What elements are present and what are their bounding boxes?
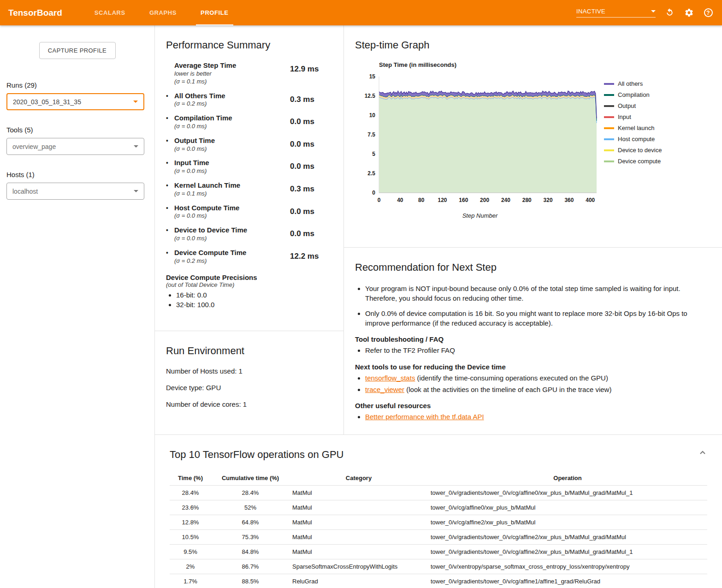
hosts-select[interactable]: localhost bbox=[6, 183, 144, 200]
metric-name: Device to Device Time bbox=[174, 226, 290, 235]
step-time-chart-plot: 02.557.51012.515040801201602002402803203… bbox=[360, 72, 600, 208]
settings-gear-icon[interactable] bbox=[683, 7, 694, 18]
header-controls: INACTIVE ? bbox=[576, 7, 722, 18]
metric-value: 12.9 ms bbox=[290, 61, 332, 86]
tools-select[interactable]: overview_page bbox=[6, 138, 144, 155]
bullet-marker: • bbox=[166, 181, 174, 198]
bullet-marker: • bbox=[166, 137, 174, 153]
table-cell: 28.4% bbox=[170, 486, 211, 500]
performance-metric: •Device to Device Time(σ = 0.0 ms)0.0 ms bbox=[166, 226, 332, 243]
recommendation-item-text: (identify the time-consuming operations … bbox=[415, 374, 608, 382]
metric-value: 0.0 ms bbox=[290, 114, 332, 131]
bullet-marker: • bbox=[166, 159, 174, 175]
metric-sigma: (σ = 0.2 ms) bbox=[174, 100, 290, 108]
svg-text:12.5: 12.5 bbox=[365, 93, 376, 99]
svg-text:160: 160 bbox=[459, 197, 468, 203]
legend-label: All others bbox=[618, 80, 643, 87]
legend-item: Device to device bbox=[604, 147, 662, 154]
svg-text:400: 400 bbox=[586, 197, 595, 203]
legend-label: Output bbox=[618, 102, 636, 109]
legend-label: Input bbox=[618, 113, 631, 120]
help-icon[interactable]: ? bbox=[703, 7, 714, 18]
recommendation-card: Recommendation for Next Step Your progra… bbox=[344, 248, 722, 434]
metric-value: 0.3 ms bbox=[290, 92, 332, 108]
performance-summary-card: Performance Summary Average Step Timelow… bbox=[155, 25, 343, 331]
recommendation-section-list: Better performance with the tf.data API bbox=[355, 412, 711, 422]
table-cell: 75.3% bbox=[211, 530, 290, 545]
metric-text: Compilation Time(σ = 0.0 ms) bbox=[174, 114, 290, 131]
metric-value: 0.0 ms bbox=[290, 137, 332, 153]
table-cell: 64.8% bbox=[211, 515, 290, 530]
table-cell: MatMul bbox=[290, 486, 428, 500]
table-column-header: Cumulative time (%) bbox=[211, 471, 290, 486]
recommendation-link[interactable]: Better performance with the tf.data API bbox=[365, 413, 484, 421]
bullet-marker: • bbox=[166, 249, 174, 265]
performance-metric: •All Others Time(σ = 0.2 ms)0.3 ms bbox=[166, 92, 332, 108]
main-content: Performance Summary Average Step Timelow… bbox=[154, 25, 722, 588]
table-cell: tower_0/v/gradients/tower_0/v/cg/affine2… bbox=[428, 545, 707, 559]
table-row: 10.5%75.3%MatMultower_0/v/gradients/towe… bbox=[170, 530, 707, 545]
legend-item: All others bbox=[604, 80, 662, 87]
recommendation-section-list: tensorflow_stats (identify the time-cons… bbox=[355, 373, 711, 395]
recommendation-item: Better performance with the tf.data API bbox=[365, 412, 711, 422]
legend-swatch bbox=[604, 127, 614, 129]
metric-name: Host Compute Time bbox=[174, 204, 290, 213]
sidebar: CAPTURE PROFILE Runs (29) 2020_03_05_18_… bbox=[0, 25, 154, 588]
step-time-graph-card: Step-time Graph Step Time (in millisecon… bbox=[344, 25, 722, 248]
table-cell: ReluGrad bbox=[290, 574, 428, 588]
app-header: TensorBoard SCALARSGRAPHSPROFILE INACTIV… bbox=[0, 0, 722, 25]
metric-value: 0.0 ms bbox=[290, 226, 332, 243]
precision-item: 16-bit: 0.0 bbox=[176, 291, 332, 299]
metric-name: Device Compute Time bbox=[174, 249, 290, 257]
tools-label: Tools (5) bbox=[6, 126, 154, 134]
metric-name: Kernel Launch Time bbox=[174, 181, 290, 190]
chevron-down-icon bbox=[133, 101, 138, 103]
step-time-chart: Step Time (in milliseconds) 02.557.51012… bbox=[360, 61, 711, 219]
status-dropdown[interactable]: INACTIVE bbox=[576, 8, 656, 18]
refresh-icon[interactable] bbox=[664, 7, 675, 18]
legend-label: Host compute bbox=[618, 136, 655, 143]
metric-text: Device Compute Time(σ = 0.2 ms) bbox=[174, 249, 290, 265]
tab-graphs[interactable]: GRAPHS bbox=[137, 0, 189, 25]
tab-scalars[interactable]: SCALARS bbox=[83, 0, 137, 25]
legend-swatch bbox=[604, 83, 614, 85]
table-cell: 2% bbox=[170, 559, 211, 574]
metric-sigma: (σ = 0.0 ms) bbox=[174, 145, 290, 153]
table-cell: MatMul bbox=[290, 530, 428, 545]
metric-name: Output Time bbox=[174, 137, 290, 145]
table-cell: tower_0/v/cg/affine2/xw_plus_b/MatMul bbox=[428, 515, 707, 530]
chevron-down-icon bbox=[134, 190, 138, 192]
performance-metric: •Compilation Time(σ = 0.0 ms)0.0 ms bbox=[166, 114, 332, 131]
svg-text:40: 40 bbox=[397, 197, 403, 203]
metric-sigma: (σ = 0.1 ms) bbox=[174, 78, 290, 86]
tab-profile[interactable]: PROFILE bbox=[189, 0, 241, 25]
app-title: TensorBoard bbox=[0, 8, 83, 18]
table-cell: 52% bbox=[211, 500, 290, 515]
metric-sigma: (σ = 0.1 ms) bbox=[174, 190, 290, 198]
table-cell: tower_0/v/cg/affine0/xw_plus_b/MatMul bbox=[428, 500, 707, 515]
nav-tabs: SCALARSGRAPHSPROFILE bbox=[83, 0, 241, 25]
legend-swatch bbox=[604, 149, 614, 151]
metric-text: Kernel Launch Time(σ = 0.1 ms) bbox=[174, 181, 290, 198]
svg-text:15: 15 bbox=[369, 73, 376, 80]
svg-text:80: 80 bbox=[418, 197, 425, 203]
environment-line: Device type: GPU bbox=[166, 384, 332, 392]
table-cell: 1.7% bbox=[170, 574, 211, 588]
chevron-down-icon bbox=[134, 145, 138, 148]
legend-swatch bbox=[604, 138, 614, 140]
run-environment-card: Run Environment Number of Hosts used: 1D… bbox=[155, 331, 343, 434]
table-row: 9.5%84.8%MatMultower_0/v/gradients/tower… bbox=[170, 545, 707, 559]
legend-label: Kernel launch bbox=[618, 125, 655, 131]
capture-profile-button[interactable]: CAPTURE PROFILE bbox=[39, 42, 116, 59]
recommendation-title: Recommendation for Next Step bbox=[355, 261, 711, 273]
metric-sigma: (σ = 0.0 ms) bbox=[174, 212, 290, 220]
recommendation-section: Next tools to use for reducing the Devic… bbox=[355, 363, 711, 395]
runs-select[interactable]: 2020_03_05_18_31_35 bbox=[6, 93, 144, 110]
collapse-chevron-icon[interactable] bbox=[697, 447, 708, 458]
chart-legend: All othersCompilationOutputInputKernel l… bbox=[604, 80, 662, 169]
recommendation-link[interactable]: trace_viewer bbox=[365, 386, 404, 393]
metric-value: 0.3 ms bbox=[290, 181, 332, 198]
recommendation-section-heading: Next tools to use for reducing the Devic… bbox=[355, 363, 711, 371]
legend-label: Device to device bbox=[618, 147, 662, 154]
recommendation-link[interactable]: tensorflow_stats bbox=[365, 374, 415, 382]
